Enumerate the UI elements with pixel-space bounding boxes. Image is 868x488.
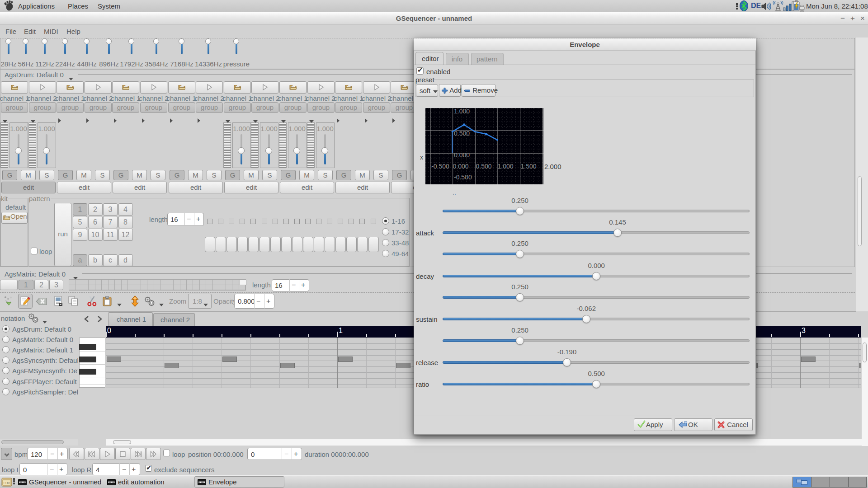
svg-text:1.000: 1.000 — [454, 108, 470, 115]
svg-text:0.000: 0.000 — [453, 163, 468, 170]
svg-text:1.500: 1.500 — [520, 163, 536, 170]
svg-text:::o:: ::o: — [3, 481, 11, 485]
svg-text:1.000: 1.000 — [497, 163, 513, 170]
svg-text:0.500: 0.500 — [476, 163, 491, 170]
svg-text:0.000: 0.000 — [454, 151, 470, 159]
svg-text:-0.500: -0.500 — [454, 174, 472, 181]
svg-text:-0.500: -0.500 — [431, 163, 449, 170]
svg-text:0.500: 0.500 — [454, 130, 470, 137]
